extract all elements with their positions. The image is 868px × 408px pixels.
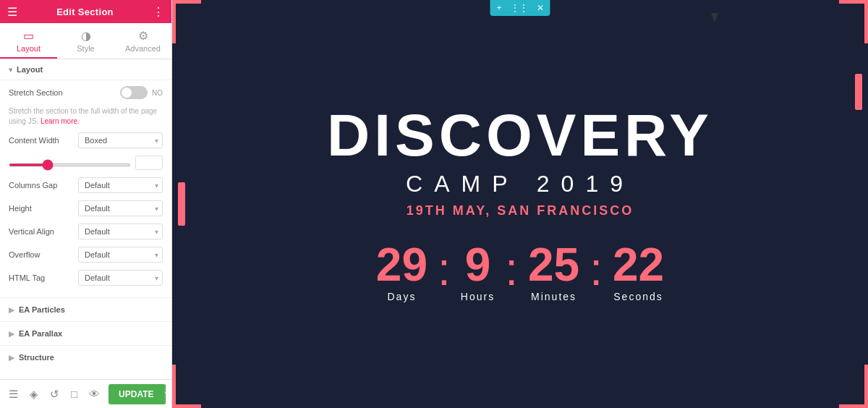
structure-header[interactable]: ▶ Structure bbox=[0, 346, 171, 369]
corner-decoration-tr bbox=[839, 0, 868, 43]
grid-icon[interactable]: ⋮ bbox=[153, 5, 164, 19]
tab-layout-label: Layout bbox=[17, 44, 41, 53]
html-tag-label: HTML Tag bbox=[9, 273, 74, 282]
width-slider-wrap bbox=[9, 156, 131, 169]
panel-title: Edit Section bbox=[56, 7, 114, 17]
corner-decoration-br bbox=[839, 365, 868, 408]
stretch-toggle[interactable] bbox=[120, 86, 148, 99]
countdown-days: 29 Days bbox=[376, 242, 427, 302]
ea-parallax-label: EA Parallax bbox=[19, 329, 62, 338]
accent-left-bar bbox=[178, 182, 185, 226]
countdown-sep-3: : bbox=[590, 246, 603, 292]
ea-particles-label: EA Particles bbox=[19, 305, 65, 314]
overflow-select[interactable]: Default Hidden bbox=[78, 247, 163, 263]
update-button-arrow-icon[interactable]: ▾ bbox=[164, 384, 166, 404]
html-tag-select[interactable]: Default header footer section bbox=[78, 270, 163, 286]
countdown-seconds: 22 Seconds bbox=[613, 242, 664, 302]
layout-tab-icon: ▭ bbox=[23, 29, 34, 43]
countdown-minutes-label: Minutes bbox=[531, 291, 576, 302]
ea-particles-section: ▶ EA Particles bbox=[0, 297, 171, 321]
ea-particles-arrow-icon: ▶ bbox=[9, 306, 14, 314]
countdown-minutes: 25 Minutes bbox=[528, 242, 579, 302]
resize-handle[interactable] bbox=[169, 0, 171, 408]
columns-gap-select-wrap: Default No Gap Narrow Wide ▾ bbox=[78, 177, 163, 193]
toolbar-eye-icon[interactable]: 👁 bbox=[86, 385, 103, 403]
layout-form: Stretch Section NO Stretch the section t… bbox=[0, 80, 171, 297]
toolbar-responsive-icon[interactable]: □ bbox=[68, 385, 80, 403]
content-width-select-wrap: Boxed Full Width ▾ bbox=[78, 132, 163, 148]
content-width-row: Content Width Boxed Full Width ▾ bbox=[9, 132, 163, 148]
learn-more-link[interactable]: Learn more. bbox=[41, 117, 80, 125]
canvas-area: DISCOVERY CAMP 2019 19TH MAY, SAN FRANCI… bbox=[172, 0, 868, 408]
countdown-sep-1: : bbox=[438, 246, 451, 292]
stretch-label: Stretch Section bbox=[9, 88, 74, 97]
content-width-select[interactable]: Boxed Full Width bbox=[78, 132, 163, 148]
countdown-sep-2: : bbox=[505, 246, 518, 292]
update-button[interactable]: UPDATE ▾ bbox=[109, 384, 166, 404]
vertical-align-select-wrap: Default Top Middle Bottom ▾ bbox=[78, 224, 163, 239]
corner-decoration-tl bbox=[172, 0, 201, 43]
stretch-section-row: Stretch Section NO bbox=[9, 86, 163, 99]
tab-layout[interactable]: ▭ Layout bbox=[0, 23, 57, 59]
element-add-button[interactable]: + bbox=[494, 1, 503, 14]
countdown: 29 Days : 9 Hours : 25 Minutes : 22 Seco… bbox=[376, 242, 664, 302]
advanced-tab-icon: ⚙ bbox=[138, 29, 148, 43]
content-width-label: Content Width bbox=[9, 136, 74, 145]
left-panel: ☰ Edit Section ⋮ ▭ Layout ◑ Style ⚙ Adva… bbox=[0, 0, 172, 408]
discovery-title: DISCOVERY bbox=[327, 106, 713, 165]
layout-arrow-icon: ▾ bbox=[9, 66, 12, 74]
tab-advanced[interactable]: ⚙ Advanced bbox=[114, 23, 171, 59]
canvas-content: DISCOVERY CAMP 2019 19TH MAY, SAN FRANCI… bbox=[172, 0, 868, 408]
columns-gap-label: Columns Gap bbox=[9, 181, 74, 190]
update-button-label: UPDATE bbox=[109, 384, 163, 404]
panel-content: ▾ Layout Stretch Section NO Stretch the … bbox=[0, 59, 171, 379]
menu-icon[interactable]: ☰ bbox=[7, 5, 17, 19]
width-value-input[interactable] bbox=[135, 156, 163, 170]
tab-style-label: Style bbox=[77, 44, 94, 53]
countdown-hours-label: Hours bbox=[461, 291, 495, 302]
html-tag-row: HTML Tag Default header footer section ▾ bbox=[9, 270, 163, 286]
panel-header: ☰ Edit Section ⋮ bbox=[0, 0, 171, 23]
width-slider-row bbox=[9, 156, 163, 170]
ea-parallax-arrow-icon: ▶ bbox=[9, 330, 14, 338]
stretch-toggle-wrap: NO bbox=[120, 86, 163, 99]
countdown-minutes-number: 25 bbox=[528, 242, 579, 288]
toolbar-history-icon[interactable]: ↺ bbox=[47, 385, 62, 404]
height-select[interactable]: Default Fit to Screen Min Height bbox=[78, 200, 163, 216]
columns-gap-row: Columns Gap Default No Gap Narrow Wide ▾ bbox=[9, 177, 163, 193]
toolbar-layers-icon[interactable]: ◈ bbox=[27, 385, 41, 404]
vertical-align-select[interactable]: Default Top Middle Bottom bbox=[78, 224, 163, 239]
countdown-days-number: 29 bbox=[376, 242, 427, 288]
element-close-button[interactable]: ✕ bbox=[535, 1, 546, 14]
toolbar-hamburger-icon[interactable]: ☰ bbox=[6, 385, 21, 404]
element-move-button[interactable]: ⋮⋮ bbox=[509, 1, 530, 14]
overflow-row: Overflow Default Hidden ▾ bbox=[9, 247, 163, 263]
panel-tabs: ▭ Layout ◑ Style ⚙ Advanced bbox=[0, 23, 171, 59]
toggle-state-label: NO bbox=[152, 89, 163, 97]
helper-text: Stretch the section to the full width of… bbox=[9, 106, 163, 127]
countdown-seconds-label: Seconds bbox=[613, 291, 663, 302]
camp-subtitle: CAMP 2019 bbox=[406, 171, 634, 197]
overflow-select-wrap: Default Hidden ▾ bbox=[78, 247, 163, 263]
structure-arrow-icon: ▶ bbox=[9, 354, 14, 362]
height-row: Height Default Fit to Screen Min Height … bbox=[9, 200, 163, 216]
ea-parallax-header[interactable]: ▶ EA Parallax bbox=[0, 322, 171, 345]
width-slider[interactable] bbox=[9, 163, 131, 166]
accent-right-bar bbox=[855, 74, 862, 110]
countdown-hours-number: 9 bbox=[465, 242, 491, 288]
overflow-label: Overflow bbox=[9, 250, 74, 259]
html-tag-select-wrap: Default header footer section ▾ bbox=[78, 270, 163, 286]
ea-particles-header[interactable]: ▶ EA Particles bbox=[0, 298, 171, 321]
layout-heading[interactable]: ▾ Layout bbox=[0, 59, 171, 80]
corner-decoration-bl bbox=[172, 365, 201, 408]
tab-style[interactable]: ◑ Style bbox=[57, 23, 114, 59]
structure-label: Structure bbox=[19, 353, 54, 362]
panel-toolbar: ☰ ◈ ↺ □ 👁 UPDATE ▾ bbox=[0, 379, 171, 408]
countdown-days-label: Days bbox=[388, 291, 417, 302]
height-select-wrap: Default Fit to Screen Min Height ▾ bbox=[78, 200, 163, 216]
event-date: 19TH MAY, SAN FRANCISCO bbox=[407, 203, 634, 218]
columns-gap-select[interactable]: Default No Gap Narrow Wide bbox=[78, 177, 163, 193]
height-label: Height bbox=[9, 204, 74, 213]
ea-parallax-section: ▶ EA Parallax bbox=[0, 321, 171, 345]
countdown-seconds-number: 22 bbox=[613, 242, 664, 288]
